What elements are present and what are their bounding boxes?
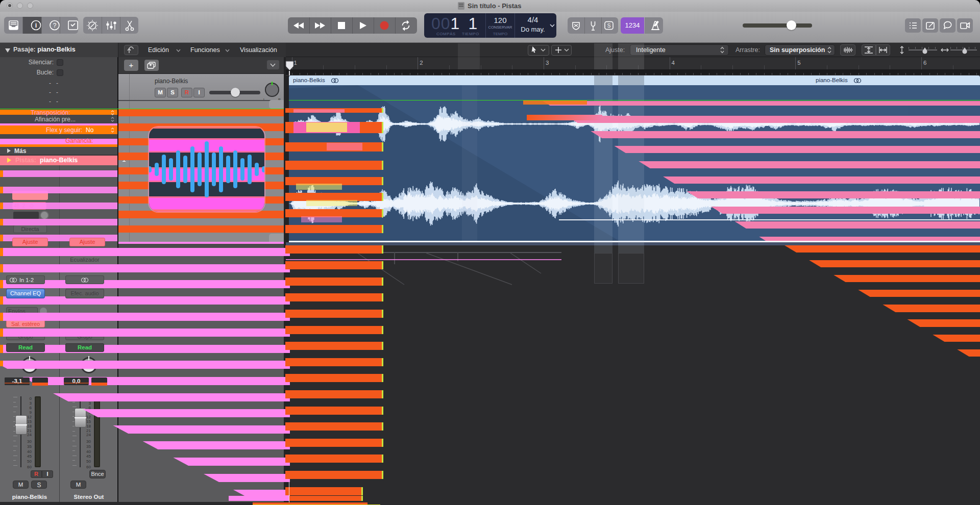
svg-text:S: S [607,23,611,29]
svg-text:♪: ♪ [968,21,970,26]
